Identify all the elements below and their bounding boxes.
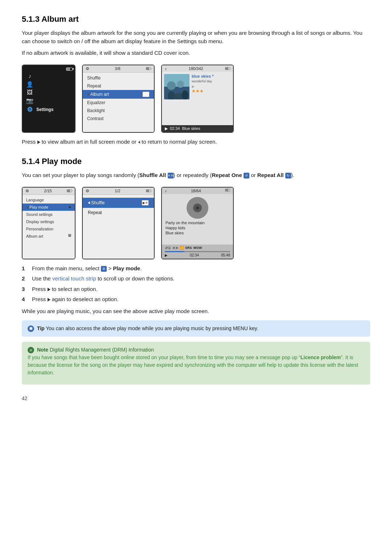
s6-play-icon: ▶ [165, 253, 168, 257]
s6-srs-label: SRS [185, 246, 192, 250]
s2-nav-icon: ▶✕ [142, 91, 150, 97]
s2-repeat-item: Repeat [83, 82, 154, 90]
s6-track-1: Party on the mountain [166, 220, 229, 225]
s5-shuffle-item: Shuffle ▶✕ [83, 198, 154, 208]
video-icon: 📷 [26, 97, 33, 104]
shuffle-all-label: Shuffle All [139, 172, 168, 178]
s1-video-icon-item: 📷 [26, 97, 71, 104]
s2-album-art-item: Album art ▶✕ [83, 90, 154, 99]
note-icon: ≡ [28, 347, 34, 353]
note-box: ≡ Note Digital Rights Management (DRM) I… [22, 342, 370, 385]
s2-topbar: ⚙ 3/8 [83, 65, 154, 73]
play-mode-intro: You can set your player to play songs ra… [22, 171, 370, 180]
s3-counter: 180/342 [189, 66, 203, 71]
s6-repeat-one-icon: ↺① [165, 246, 171, 250]
s6-time-display: ▶ 02:34 05:48 [165, 253, 230, 257]
note-licence-bold: Licence problem [301, 354, 341, 360]
s6-album-art [187, 197, 208, 219]
repeat-all-label: Repeat All [257, 172, 285, 178]
vertical-touch-strip-link[interactable]: vertical touch strip [52, 275, 96, 282]
s6-progress-fill [165, 251, 184, 252]
s6-music-icon: ♪ [165, 189, 167, 193]
shuffle-repeat-inner: ⚙ 1/2 Shuffle ▶✕ Repeat [83, 188, 154, 259]
album-art-settings-device: ⚙ 3/8 Shuffle Repeat Album art ▶✕ Equali… [82, 65, 155, 133]
s5-counter: 1/2 [115, 189, 120, 193]
s4-playmode-arrow [69, 206, 71, 209]
s1-topbar [23, 67, 75, 71]
s6-battery-icon [225, 189, 230, 192]
svg-point-9 [196, 206, 199, 209]
s6-shuffle-icon: ✕✕ [172, 246, 178, 250]
s3-music-icon: ♪ [165, 66, 167, 71]
s6-counter: 18/64 [191, 189, 201, 193]
s3-song-title: blue skies * [192, 74, 231, 78]
s6-track-2: Happy kids [166, 225, 229, 230]
step-3-text: Press to select an option. [32, 285, 98, 294]
step-1-text: From the main menu, select ⚙ > Play mode… [32, 264, 142, 273]
s3-time: 02:34 [170, 126, 180, 131]
battery-icon [66, 67, 73, 71]
play-mode-menu-inner: ⚙ 2/15 Language Play mode Sound settings… [23, 188, 75, 259]
s4-sound-item: Sound settings [23, 211, 75, 218]
s2-menu-list: Shuffle Repeat Album art ▶✕ Equalizer Ba… [83, 73, 154, 132]
step-gear-icon: ⚙ [101, 266, 107, 272]
s6-track-3: Blue skies [166, 230, 229, 235]
repeat-one-icon: ↺ [244, 173, 249, 178]
note-title: Note Digital Rights Management (DRM) Inf… [37, 347, 154, 353]
repeat-all-icon: ↻ [285, 173, 291, 178]
s5-gear-icon: ⚙ [86, 189, 89, 193]
s1-menu: ♪ 👤 🖼 📷 ⚙ Settings [23, 71, 75, 131]
s6-topbar: ♪ 18/64 [162, 188, 233, 194]
s3-right-panel: blue skies * wonderful day ★★★ [192, 74, 231, 123]
note-body-text: If you have songs that have been bought … [28, 354, 364, 377]
play-mode-steps: 1 From the main menu, select ⚙ > Play mo… [22, 264, 370, 304]
album-art-para1: Your player displays the album artwork f… [22, 29, 370, 45]
s4-battery-icon [67, 189, 72, 192]
tip-icon: ✱ [28, 325, 34, 332]
step-3-arrow-icon [48, 288, 50, 291]
step-3-num: 3 [22, 285, 28, 294]
step-4: 4 Press again to deselect an option. [22, 295, 370, 304]
play-mode-screenshots: ⚙ 2/15 Language Play mode Sound settings… [22, 187, 370, 259]
step-2-text: Use the vertical touch strip to scroll u… [32, 275, 175, 283]
s1-music-icon-item: ♪ [26, 73, 71, 79]
tip-text: You can also access the above play mode … [46, 325, 258, 331]
s3-rating-stars: ★★★ [192, 89, 231, 94]
note-header: ≡ Note Digital Rights Management (DRM) I… [28, 346, 364, 354]
intro-text-1: You can set your player to play songs ra… [22, 172, 139, 178]
s6-volume-icon: 📶 [180, 246, 184, 250]
s4-playmode-label: Play mode [26, 205, 48, 209]
play-mode-bold: Play mode [113, 265, 140, 271]
right-arrow-icon [37, 140, 40, 144]
s4-albumart-indicator [68, 234, 71, 237]
s4-playmode-item: Play mode [23, 204, 75, 211]
music-note-icon: ♪ [26, 73, 33, 79]
photo-icon: 🖼 [26, 89, 33, 96]
s6-wow-label: WOW [193, 246, 202, 250]
s6-playerbar: ↺① ✕✕ 📶 SRS WOW ▶ 02:34 05:48 [162, 245, 233, 259]
step-1: 1 From the main menu, select ⚙ > Play mo… [22, 264, 370, 273]
s2-counter: 3/8 [115, 66, 120, 71]
s6-total-time: 05:48 [221, 253, 230, 257]
s1-photo-icon-item: 🖼 [26, 89, 71, 96]
section-album-art-heading: 5.1.3 Album art [22, 15, 370, 24]
s4-gear-icon: ⚙ [25, 189, 29, 193]
after-steps-text: While you are playing music, you can see… [22, 307, 370, 316]
press-text: Press [22, 139, 37, 145]
settings-screen-inner: ♪ 👤 🖼 📷 ⚙ Settings [23, 65, 75, 132]
s2-backlight-item: Backlight [83, 107, 154, 115]
settings-label: Settings [36, 107, 53, 112]
s4-topbar: ⚙ 2/15 [23, 188, 75, 195]
s5-topbar: ⚙ 1/2 [83, 188, 154, 195]
s2-gear-icon: ⚙ [86, 66, 89, 71]
tip-bold: Tip [37, 325, 45, 331]
gear-icon: ⚙ [26, 106, 33, 114]
music-player-device: ♪ 18/64 Party on the mountain Happy kids… [161, 187, 234, 259]
press-end-text: to return to normal play screen. [142, 139, 217, 145]
s4-counter: 2/15 [44, 189, 52, 193]
s4-personal-item: Personalization [23, 225, 75, 233]
album-art-screenshots: ♪ 👤 🖼 📷 ⚙ Settings [22, 65, 370, 133]
settings-screen-device: ♪ 👤 🖼 📷 ⚙ Settings [22, 65, 75, 133]
s6-progress-bar [165, 251, 230, 252]
s2-contrast-item: Contrast [83, 115, 154, 123]
